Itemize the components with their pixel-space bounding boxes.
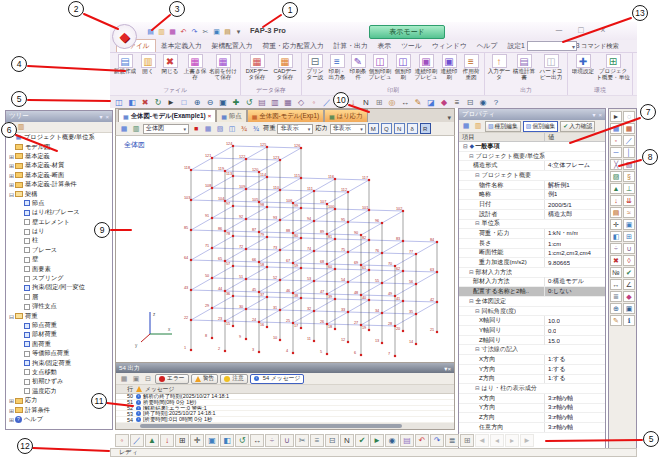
rotate-icon[interactable]: ↺ <box>243 97 255 108</box>
property-row[interactable]: Z方向3:z軸/y軸 <box>459 413 605 423</box>
split-view-icon[interactable]: ◫ <box>227 124 237 134</box>
check-model-icon[interactable]: ✔ <box>355 434 369 447</box>
property-row[interactable]: ⊟回転角度(度) <box>459 307 605 317</box>
zoom-out-icon[interactable]: ⊖ <box>204 97 216 108</box>
filter-button-error[interactable]: エラー <box>155 374 189 384</box>
property-row[interactable]: X方向3:z軸/y軸 <box>459 394 605 404</box>
property-row[interactable]: ⊟プロジェクト概要 <box>459 171 605 181</box>
property-row[interactable]: Y軸回り0.0 <box>459 326 605 336</box>
panel-menu-icon[interactable]: ▾ <box>99 113 102 120</box>
stress-toggle-Q[interactable]: Q <box>381 123 392 134</box>
property-row[interactable]: ⊟全体図設定 <box>459 297 605 307</box>
ribbon-tab-設定1[interactable]: 設定1 <box>503 40 530 52</box>
filter-button-info[interactable]: i54 メッセージ <box>250 374 305 384</box>
collapse-icon[interactable]: ⊟ <box>475 308 480 314</box>
property-row[interactable]: 構造形式4:立体フレーム <box>459 161 605 171</box>
renumber-icon[interactable]: № <box>610 267 622 278</box>
close-icon[interactable]: × <box>447 365 451 372</box>
property-row[interactable]: Z方向1:する <box>459 375 605 385</box>
table-icon[interactable]: ▦ <box>461 121 471 131</box>
stress-toggle-δ[interactable]: δ <box>407 123 418 134</box>
tree-expander-icon[interactable]: ⊟ <box>8 313 15 320</box>
add-slab-icon[interactable]: ▨ <box>610 171 622 182</box>
stress-toggle-N[interactable]: N <box>394 123 405 134</box>
close-icon[interactable]: × <box>598 112 602 118</box>
tree-item[interactable]: 壁 <box>6 255 112 264</box>
color-swatch-icon[interactable]: ■ <box>191 124 201 134</box>
tree-expander-icon[interactable]: ⊞ <box>8 162 15 169</box>
copy-icon[interactable]: ▣ <box>205 434 219 447</box>
open-icon[interactable]: ▥ <box>157 27 166 36</box>
pointer-icon[interactable]: ► <box>610 111 622 122</box>
ribbon-tab-架構配置入力[interactable]: 架構配置入力 <box>207 40 258 52</box>
batch-edit-icon[interactable]: ▦ <box>623 123 635 134</box>
property-row[interactable]: ⊟単位系 <box>459 220 605 230</box>
scrollbar-thumb[interactable] <box>140 424 402 428</box>
info-icon[interactable]: ℹ <box>623 315 635 326</box>
snap-icon[interactable]: ◎ <box>386 97 398 108</box>
ribbon-button-連続印刷プレビュー[interactable]: ▣連続印刷プレビュー <box>414 54 438 80</box>
close-icon[interactable]: × <box>208 113 212 119</box>
add-beam-icon[interactable]: ─ <box>610 147 622 158</box>
layer-toggle-icon[interactable]: ≣ <box>445 434 459 447</box>
select-box-icon[interactable]: □ <box>178 97 190 108</box>
view-refresh-icon[interactable]: ↻ <box>152 97 164 108</box>
divide-icon[interactable]: ÷ <box>265 434 279 447</box>
add-member-icon[interactable]: ／ <box>623 135 635 146</box>
ribbon-tab-基本定義入力[interactable]: 基本定義入力 <box>156 40 207 52</box>
ribbon-tab-計算・出力[interactable]: 計算・出力 <box>329 40 373 52</box>
mirror-icon[interactable]: ◧ <box>610 231 622 242</box>
tree-item[interactable]: モデル図 <box>6 142 112 151</box>
view-3d-icon[interactable]: ◇ <box>295 97 307 108</box>
undo-icon[interactable]: ↶ <box>179 27 188 36</box>
tree-item[interactable]: 節点荷重 <box>6 321 112 330</box>
collapse-all-icon[interactable]: ▥ <box>18 123 25 131</box>
collapse-icon[interactable]: ⊟ <box>475 385 480 391</box>
tree-item[interactable]: ⊞基本定義-断面 <box>6 171 112 180</box>
report-icon[interactable]: ▤ <box>400 434 414 447</box>
tree-item[interactable]: ▦プロジェクト概要/単位系 <box>6 133 112 142</box>
property-row[interactable]: ⊟寸法線の記入 <box>459 345 605 355</box>
property-row[interactable]: 日付2000/5/1 <box>459 200 605 210</box>
select-all-icon[interactable]: ⊞ <box>175 434 189 447</box>
prop-tool-個別編集[interactable]: ▨個別編集 <box>523 121 559 132</box>
ribbon-button-印刷・出力条件[interactable]: ≡印刷・出力条件 <box>326 54 348 80</box>
document-tab-節点[interactable]: ▦節点 <box>216 109 246 122</box>
table-edit-icon[interactable]: ▦ <box>610 123 622 134</box>
zoom-fit-icon[interactable]: ▣ <box>217 97 229 108</box>
close-icon[interactable]: × <box>105 114 109 120</box>
rotate-edit-icon[interactable]: ↺ <box>235 434 249 447</box>
stress-toggle-R[interactable]: R <box>420 123 431 134</box>
ribbon-tab-荷重・応力配置入力[interactable]: 荷重・応力配置入力 <box>257 40 328 52</box>
property-row[interactable]: Y方向1:する <box>459 365 605 375</box>
tree-expander-icon[interactable]: ⊞ <box>8 407 15 414</box>
ribbon-button-印刷条件[interactable]: ✎印刷条件 <box>348 54 368 80</box>
property-row[interactable]: Y方向3:z軸/y軸 <box>459 404 605 414</box>
panel-menu-icon[interactable]: ▾ <box>592 111 595 118</box>
add-column-icon[interactable]: │ <box>623 147 635 158</box>
property-row[interactable]: 断面性能1:cm2,cm3,cm4 <box>459 249 605 259</box>
layer-icon[interactable]: ≣ <box>610 291 622 302</box>
app-menu-button[interactable]: ◆ <box>112 24 137 49</box>
tree-item[interactable]: 拘束/固定荷重 <box>6 358 112 367</box>
ribbon-tab-ウィンドウ[interactable]: ウィンドウ <box>427 40 472 52</box>
scale-display-icon[interactable]: ¾ <box>239 124 249 134</box>
prop-tool-種別編集[interactable]: ▧種別編集 <box>485 121 521 132</box>
ribbon-button-入力データ[interactable]: ↑入力データ <box>487 54 511 80</box>
property-row[interactable]: X方向1:する <box>459 355 605 365</box>
filter-button-warning[interactable]: 警告 <box>191 374 219 384</box>
stress-display-select[interactable]: 非表示▾ <box>330 124 366 134</box>
window-tile-icon[interactable]: ◧ <box>126 97 138 108</box>
ribbon-button-名前を付けて保存[interactable]: ▦名前を付けて保存 <box>208 54 238 80</box>
model-canvas[interactable]: 1234567891011121314151617181920212223242… <box>115 136 455 362</box>
add-spring-icon[interactable]: § <box>623 171 635 182</box>
result-view-icon[interactable]: ◉ <box>385 434 399 447</box>
prop-tool-入力確認[interactable]: ✔入力確認 <box>560 121 595 132</box>
fit-sel-icon[interactable]: ▣ <box>623 303 635 314</box>
tree-item[interactable]: 弾性支点 <box>6 302 112 311</box>
tree-expander-icon[interactable]: ⊞ <box>8 153 15 160</box>
property-row[interactable]: 配置する名称と2軸..0:しない <box>459 287 605 297</box>
ribbon-tab-ヘルプ[interactable]: ヘルプ <box>472 40 503 52</box>
ribbon-button-ハードコピー出力[interactable]: ◫ハードコピー出力 <box>537 54 565 80</box>
ribbon-tab-ツール[interactable]: ツール <box>396 40 427 52</box>
